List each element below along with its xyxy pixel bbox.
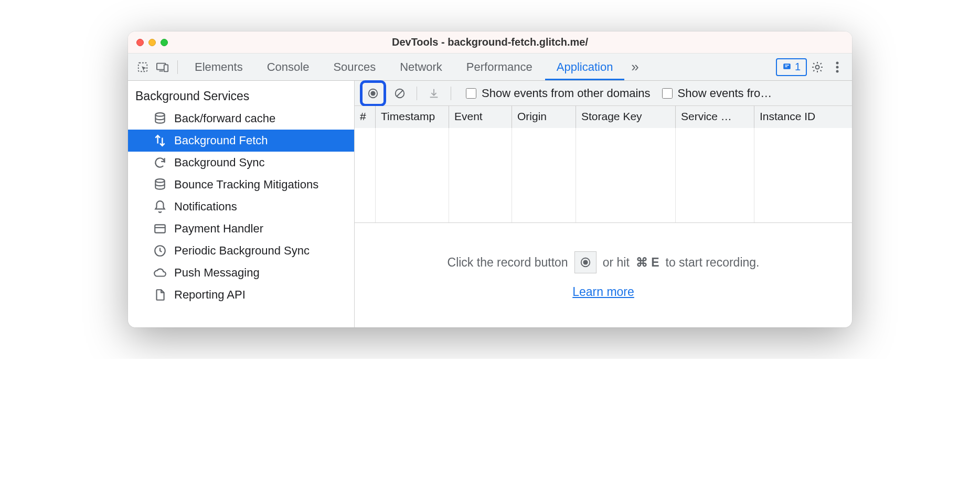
- divider: [177, 60, 178, 74]
- application-sidebar: Background Services Back/forward cache B…: [128, 81, 355, 327]
- col-service[interactable]: Service …: [676, 106, 754, 128]
- clock-icon: [153, 244, 167, 258]
- sidebar-item-bounce-tracking[interactable]: Bounce Tracking Mitigations: [128, 174, 354, 196]
- record-icon: [367, 88, 379, 99]
- card-icon: [153, 222, 167, 236]
- svg-point-4: [816, 65, 819, 69]
- svg-point-16: [583, 260, 588, 264]
- sidebar-item-label: Back/forward cache: [174, 112, 275, 125]
- panel-body: Background Services Back/forward cache B…: [128, 81, 852, 327]
- tab-sources[interactable]: Sources: [322, 54, 387, 80]
- issues-button[interactable]: 1: [776, 58, 807, 76]
- svg-point-5: [836, 61, 839, 64]
- events-table: # Timestamp Event Origin Storage Key Ser…: [355, 106, 852, 223]
- table-header: # Timestamp Event Origin Storage Key Ser…: [355, 106, 852, 128]
- sidebar-item-label: Bounce Tracking Mitigations: [174, 178, 318, 192]
- database-icon: [153, 112, 167, 125]
- col-storage-key[interactable]: Storage Key: [576, 106, 676, 128]
- window-controls: [136, 39, 168, 46]
- sync-icon: [153, 156, 167, 169]
- database-icon: [153, 178, 167, 192]
- sidebar-item-reporting-api[interactable]: Reporting API: [128, 284, 354, 306]
- inspect-element-icon[interactable]: [133, 58, 152, 77]
- col-origin[interactable]: Origin: [512, 106, 576, 128]
- table-body-empty: [355, 128, 852, 222]
- download-icon: [428, 88, 440, 99]
- panel-tabbar: Elements Console Sources Network Perform…: [128, 54, 852, 81]
- col-timestamp[interactable]: Timestamp: [376, 106, 449, 128]
- record-button-highlight: [360, 80, 386, 107]
- sidebar-item-label: Payment Handler: [174, 222, 263, 236]
- kebab-menu-icon[interactable]: [828, 58, 847, 77]
- devtools-window: DevTools - background-fetch.glitch.me/ E…: [128, 31, 852, 327]
- sidebar-item-periodic-sync[interactable]: Periodic Background Sync: [128, 240, 354, 262]
- sidebar-item-bf-cache[interactable]: Back/forward cache: [128, 108, 354, 130]
- sidebar-item-label: Periodic Background Sync: [174, 244, 310, 258]
- sidebar-item-payment-handler[interactable]: Payment Handler: [128, 218, 354, 240]
- checkbox-label: Show events from other domains: [482, 87, 651, 100]
- maximize-window-button[interactable]: [161, 39, 168, 46]
- svg-point-6: [836, 66, 839, 68]
- svg-rect-10: [155, 225, 165, 232]
- sidebar-item-push-messaging[interactable]: Push Messaging: [128, 262, 354, 284]
- device-toolbar-icon[interactable]: [153, 58, 172, 77]
- more-tabs-icon[interactable]: »: [625, 58, 644, 77]
- cloud-icon: [153, 266, 167, 280]
- main-content: Show events from other domains Show even…: [355, 81, 852, 327]
- tab-elements[interactable]: Elements: [183, 54, 254, 80]
- show-other-domains-checkbox[interactable]: Show events from other domains: [466, 87, 651, 100]
- issues-count: 1: [795, 61, 801, 73]
- sidebar-item-label: Notifications: [174, 200, 237, 214]
- tab-application[interactable]: Application: [545, 54, 625, 80]
- record-icon-demo: [574, 251, 596, 273]
- svg-point-9: [155, 179, 164, 183]
- minimize-window-button[interactable]: [148, 39, 156, 46]
- sidebar-section-header: Background Services: [128, 84, 354, 108]
- col-instance-id[interactable]: Instance ID: [754, 106, 852, 128]
- sidebar-item-background-fetch[interactable]: Background Fetch: [128, 130, 354, 152]
- file-icon: [153, 288, 167, 302]
- col-index[interactable]: #: [355, 106, 376, 128]
- checkbox-input[interactable]: [466, 88, 476, 99]
- col-event[interactable]: Event: [449, 106, 512, 128]
- learn-more-link[interactable]: Learn more: [572, 285, 634, 299]
- sidebar-item-label: Background Fetch: [174, 134, 268, 147]
- checkbox-input[interactable]: [662, 88, 673, 99]
- divider: [451, 87, 451, 100]
- show-events-from-checkbox[interactable]: Show events fro…: [662, 87, 772, 100]
- sidebar-item-label: Background Sync: [174, 156, 264, 169]
- close-window-button[interactable]: [136, 39, 144, 46]
- clear-button[interactable]: [390, 84, 409, 103]
- sidebar-item-notifications[interactable]: Notifications: [128, 196, 354, 218]
- settings-icon[interactable]: [808, 58, 827, 77]
- events-toolbar: Show events from other domains Show even…: [355, 81, 852, 106]
- tab-performance[interactable]: Performance: [455, 54, 544, 80]
- empty-state: Click the record button or hit ⌘ E to st…: [355, 223, 852, 327]
- divider: [417, 87, 417, 100]
- sidebar-item-background-sync[interactable]: Background Sync: [128, 152, 354, 174]
- checkbox-label: Show events fro…: [678, 87, 772, 100]
- svg-point-7: [836, 70, 839, 72]
- sidebar-item-label: Reporting API: [174, 288, 246, 302]
- save-button[interactable]: [424, 84, 443, 103]
- empty-state-text: Click the record button or hit ⌘ E to st…: [448, 251, 760, 273]
- titlebar: DevTools - background-fetch.glitch.me/: [128, 31, 852, 54]
- clear-icon: [394, 88, 406, 99]
- tab-network[interactable]: Network: [388, 54, 454, 80]
- svg-rect-2: [164, 65, 168, 71]
- svg-point-8: [155, 113, 164, 116]
- tab-console[interactable]: Console: [255, 54, 321, 80]
- sidebar-item-label: Push Messaging: [174, 266, 260, 280]
- record-button[interactable]: [364, 84, 382, 103]
- svg-point-13: [370, 91, 375, 95]
- bell-icon: [153, 200, 167, 214]
- shortcut-hint: ⌘ E: [636, 256, 659, 270]
- window-title: DevTools - background-fetch.glitch.me/: [128, 36, 852, 48]
- swap-vert-icon: [153, 134, 167, 147]
